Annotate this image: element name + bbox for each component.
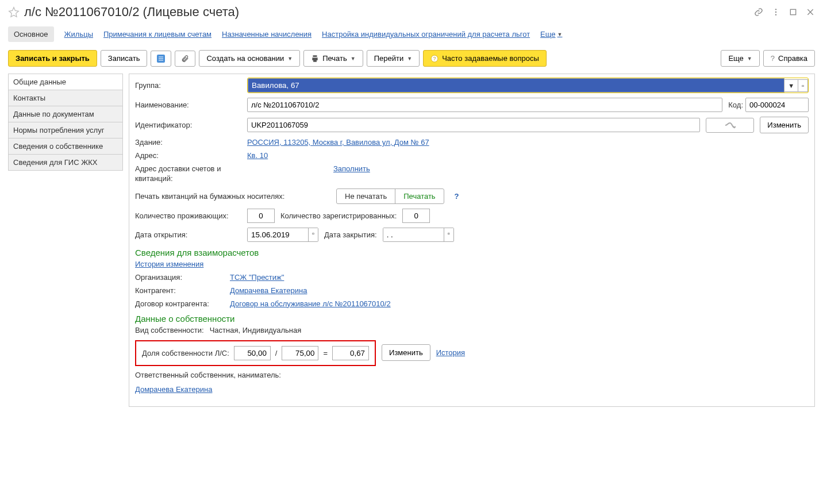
- faq-button[interactable]: ?Часто задаваемые вопросы: [423, 50, 547, 67]
- close-date-calendar-icon[interactable]: ▫: [444, 228, 453, 241]
- equals-sign: =: [323, 349, 328, 357]
- label-resp-owner: Ответственный собственник, наниматель:: [135, 371, 281, 380]
- list-icon-button[interactable]: [151, 51, 171, 67]
- building-link[interactable]: РОССИЯ, 113205, Москва г, Вавилова ул, Д…: [247, 138, 429, 147]
- label-code: Код:: [728, 101, 743, 109]
- group-input-wrap: ▼ ▫: [247, 78, 809, 93]
- sidebar-item-owner[interactable]: Сведения о собственнике: [8, 138, 123, 155]
- label-share: Доля собственности Л/С:: [142, 349, 229, 357]
- ownership-type-value: Частная, Индивидуальная: [210, 326, 302, 334]
- sidebar-item-contacts[interactable]: Контакты: [8, 90, 123, 106]
- nav-tab-main[interactable]: Основное: [8, 26, 54, 42]
- label-close-date: Дата закрытия:: [324, 230, 377, 239]
- share-result-input[interactable]: [332, 346, 369, 360]
- page-title: л/с №2011067010/2 (Лицевые счета): [24, 5, 754, 20]
- share-history-link[interactable]: История: [436, 348, 465, 357]
- sidebar-item-norms[interactable]: Нормы потребления услуг: [8, 122, 123, 138]
- svg-point-1: [775, 11, 776, 13]
- label-name: Наименование:: [135, 101, 241, 109]
- svg-text:?: ?: [433, 56, 436, 61]
- sidebar-item-general[interactable]: Общие данные: [8, 74, 123, 90]
- share-denominator-input[interactable]: [282, 346, 318, 360]
- attach-icon-button[interactable]: [175, 51, 195, 67]
- maximize-icon[interactable]: [789, 7, 798, 17]
- label-open-date: Дата открытия:: [135, 230, 241, 239]
- label-group: Группа:: [135, 81, 241, 90]
- label-delivery: Адрес доставки счетов и квитанций:: [135, 164, 241, 184]
- label-registered: Количество зарегистрированных:: [280, 211, 397, 220]
- label-counterparty: Контрагент:: [135, 286, 224, 295]
- identifier-input[interactable]: [247, 118, 700, 132]
- settlement-section-title: Сведения для взаиморасчетов: [135, 248, 809, 257]
- more-button[interactable]: Еще ▼: [721, 50, 759, 67]
- toggle-do-print[interactable]: Печатать: [395, 189, 443, 203]
- identifier-change-button[interactable]: Изменить: [760, 117, 809, 133]
- sidebar-item-gis[interactable]: Сведения для ГИС ЖКХ: [8, 154, 123, 171]
- open-date-calendar-icon[interactable]: ▫: [308, 228, 318, 241]
- toggle-dont-print[interactable]: Не печатать: [337, 189, 395, 203]
- code-input[interactable]: [745, 98, 809, 112]
- group-open-icon[interactable]: ▫: [798, 79, 808, 92]
- label-address: Адрес:: [135, 151, 241, 160]
- org-link[interactable]: ТСЖ "Престиж": [230, 273, 284, 282]
- registered-input[interactable]: [402, 209, 430, 223]
- create-based-button[interactable]: Создать на основании ▼: [199, 50, 300, 67]
- save-button[interactable]: Записать: [101, 50, 148, 67]
- nav-tab-limits[interactable]: Настройка индивидуальных ограничений для…: [322, 30, 530, 39]
- print-button[interactable]: Печать ▼: [303, 50, 363, 67]
- ownership-section-title: Данные о собственности: [135, 314, 809, 324]
- nav-tab-tenants[interactable]: Жильцы: [64, 30, 93, 39]
- label-ownership-type: Вид собственности:: [135, 326, 204, 334]
- svg-point-0: [775, 9, 776, 10]
- contract-link[interactable]: Договор на обслуживание л/с №2011067010/…: [230, 299, 391, 308]
- kebab-icon[interactable]: [771, 7, 780, 17]
- help-button[interactable]: ? Справка: [763, 50, 815, 67]
- counterparty-link[interactable]: Домрачева Екатерина: [230, 286, 307, 295]
- living-input[interactable]: [247, 209, 275, 223]
- save-close-button[interactable]: Записать и закрыть: [8, 50, 97, 67]
- star-icon[interactable]: [8, 6, 24, 18]
- share-numerator-input[interactable]: [234, 346, 271, 360]
- resp-owner-link[interactable]: Домрачева Екатерина: [135, 385, 212, 394]
- close-date-input[interactable]: [383, 228, 444, 241]
- fill-link[interactable]: Заполнить: [333, 164, 370, 173]
- label-living: Количество проживающих:: [135, 211, 241, 220]
- history-link[interactable]: История изменения: [135, 260, 203, 268]
- nav-tab-notes[interactable]: Примечания к лицевым счетам: [103, 30, 211, 39]
- identifier-arrow-button[interactable]: [706, 118, 754, 133]
- name-input[interactable]: [247, 98, 722, 112]
- sidebar-item-docs[interactable]: Данные по документам: [8, 106, 123, 122]
- link-icon[interactable]: [754, 7, 763, 17]
- label-identifier: Идентификатор:: [135, 121, 241, 129]
- share-highlight-box: Доля собственности Л/С: / =: [135, 340, 376, 366]
- nav-tab-assigned[interactable]: Назначенные начисления: [222, 30, 311, 39]
- group-input[interactable]: [248, 78, 784, 93]
- help-question-icon[interactable]: ?: [455, 192, 459, 201]
- open-date-input[interactable]: [248, 228, 308, 241]
- svg-rect-3: [790, 9, 795, 14]
- address-link[interactable]: Кв. 10: [247, 151, 268, 160]
- goto-button[interactable]: Перейти ▼: [367, 50, 420, 67]
- svg-point-2: [775, 14, 776, 15]
- group-dropdown-icon[interactable]: ▼: [784, 79, 798, 92]
- close-icon[interactable]: [806, 7, 815, 17]
- divide-sign: /: [275, 349, 278, 357]
- label-print-paper: Печать квитанций на бумажных носителях:: [135, 192, 330, 201]
- share-change-button[interactable]: Изменить: [382, 344, 430, 361]
- nav-more[interactable]: Еще▼: [540, 30, 562, 39]
- label-building: Здание:: [135, 138, 241, 147]
- label-contract: Договор контрагента:: [135, 299, 224, 308]
- label-org: Организация:: [135, 273, 224, 282]
